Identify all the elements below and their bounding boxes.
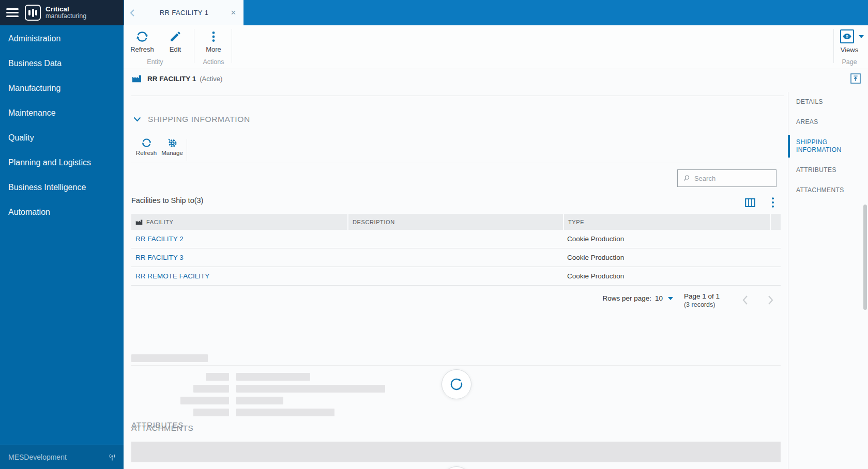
sidebar-item-quality[interactable]: Quality (0, 126, 124, 150)
entity-tab[interactable]: RR FACILITY 1 ✕ (124, 0, 243, 25)
skeleton-bar (236, 409, 334, 416)
facility-link[interactable]: RR FACILITY 3 (135, 254, 184, 261)
column-header-spacer (770, 214, 781, 230)
ribbon-divider (232, 29, 232, 63)
rows-per-page-label: Rows per page: (602, 294, 651, 302)
shipping-refresh-button[interactable]: Refresh (132, 137, 160, 156)
refresh-button[interactable]: Refresh (126, 30, 158, 53)
table-header-row: FACILITY DESCRIPTION TYPE (131, 214, 781, 230)
table-row[interactable]: RR FACILITY 2Cookie Production (131, 230, 781, 248)
main-content: SHIPPING INFORMATION Refresh Manage (124, 88, 868, 469)
spacer-cell (770, 230, 781, 248)
refresh-icon (141, 137, 152, 148)
table-search (677, 169, 776, 187)
skeleton-bar (236, 397, 283, 404)
right-nav-areas[interactable]: AREAS (788, 112, 853, 132)
more-button[interactable]: More (197, 30, 230, 53)
facility-link[interactable]: RR FACILITY 2 (135, 235, 184, 243)
sidebar-item-planning-and-logistics[interactable]: Planning and Logistics (0, 150, 124, 175)
table-title: Facilities to Ship to(3) (131, 196, 203, 205)
right-nav-attachments[interactable]: ATTACHMENTS (788, 180, 853, 200)
skeleton-bar (206, 373, 229, 381)
gear-icon (167, 137, 178, 148)
topbar-brand-area: Criticalmanufacturing (0, 0, 124, 25)
shipping-section-header: SHIPPING INFORMATION (133, 115, 250, 124)
column-header-type[interactable]: TYPE (563, 214, 770, 230)
description-cell (347, 248, 563, 267)
tab-back-icon[interactable] (128, 8, 138, 18)
right-nav-shipping-information[interactable]: SHIPPING INFORMATION (788, 132, 853, 160)
right-nav-details[interactable]: DETAILS (788, 92, 853, 112)
skeleton-bar (131, 442, 781, 462)
skeleton-bar (193, 385, 229, 393)
column-header-description[interactable]: DESCRIPTION (347, 214, 563, 230)
environment-selector[interactable]: MESDevelopment (0, 445, 124, 469)
sidebar-item-business-intelligence[interactable]: Business Intelligence (0, 175, 124, 200)
column-header-facility[interactable]: FACILITY (131, 214, 347, 230)
sidebar-item-business-data[interactable]: Business Data (0, 51, 124, 76)
skeleton-bar (236, 373, 310, 381)
sidebar-menu: AdministrationBusiness DataManufacturing… (0, 25, 124, 225)
collapse-chevron-icon[interactable] (133, 117, 141, 122)
page-info: Page 1 of 1 (3 records) (684, 292, 720, 308)
type-cell: Cookie Production (563, 248, 770, 267)
breadcrumb: RR FACILITY 1 (Active) (124, 69, 868, 88)
breadcrumb-title: RR FACILITY 1 (147, 75, 196, 83)
eye-icon (842, 33, 852, 40)
facility-link[interactable]: RR REMOTE FACILITY (135, 272, 209, 280)
rows-per-page-value: 10 (655, 294, 663, 302)
sidebar-item-manufacturing[interactable]: Manufacturing (0, 76, 124, 101)
ribbon-divider (194, 29, 194, 63)
description-cell (347, 230, 563, 248)
scrollbar-thumb[interactable] (863, 205, 867, 310)
sidebar-item-administration[interactable]: Administration (0, 26, 124, 51)
shipping-section-title: SHIPPING INFORMATION (148, 115, 250, 124)
edit-button[interactable]: Edit (159, 30, 191, 53)
table-menu-icon[interactable] (771, 197, 775, 208)
sidebar-item-maintenance[interactable]: Maintenance (0, 101, 124, 126)
right-nav-attributes[interactable]: ATTRIBUTES (788, 160, 853, 180)
views-button[interactable] (840, 29, 854, 43)
type-cell: Cookie Production (563, 230, 770, 248)
menu-toggle-button[interactable] (6, 8, 19, 18)
table-row[interactable]: RR REMOTE FACILITYCookie Production (131, 267, 781, 286)
ribbon-toolbar: Refresh Edit More Entity Actions (124, 25, 868, 69)
expand-icon[interactable] (850, 73, 861, 84)
tab-close-icon[interactable]: ✕ (231, 9, 236, 17)
sidebar-item-automation[interactable]: Automation (0, 200, 124, 225)
topbar: Criticalmanufacturing RR FACILITY 1 ✕ (0, 0, 868, 25)
next-page-icon[interactable] (767, 294, 774, 306)
rows-per-page-select[interactable]: Rows per page: 10 (602, 294, 673, 302)
app-root: AdministrationBusiness DataManufacturing… (0, 0, 868, 469)
search-input[interactable] (694, 175, 771, 182)
views-dropdown-icon[interactable] (859, 35, 864, 38)
spacer-cell (770, 248, 781, 267)
environment-label: MESDevelopment (8, 453, 108, 461)
tab-title: RR FACILITY 1 (138, 9, 231, 17)
views-label: Views (834, 46, 865, 54)
refresh-icon (135, 30, 149, 43)
skeleton-bar (180, 397, 229, 404)
brand-name: Criticalmanufacturing (45, 6, 86, 20)
facility-icon (135, 219, 143, 225)
brand-logo-icon (25, 5, 41, 21)
sidebar: AdministrationBusiness DataManufacturing… (0, 0, 124, 469)
rows-per-page-caret-icon (668, 297, 673, 300)
section-navigation: DETAILSAREASSHIPPING INFORMATIONATTRIBUT… (788, 92, 863, 469)
description-cell (347, 267, 563, 286)
more-icon (207, 30, 220, 43)
facility-icon (132, 74, 142, 83)
brand-logo[interactable]: Criticalmanufacturing (25, 5, 86, 21)
shipping-manage-button[interactable]: Manage (158, 137, 186, 156)
connection-status-icon (108, 454, 116, 461)
table-row[interactable]: RR FACILITY 3Cookie Production (131, 248, 781, 267)
attachments-section-title: ATTACHMENTS (131, 424, 194, 433)
column-options-icon[interactable] (745, 198, 755, 208)
divider (131, 365, 781, 366)
toolbar-divider (187, 139, 187, 161)
group-label-actions: Actions (195, 58, 232, 66)
spacer-cell (770, 267, 781, 286)
type-cell: Cookie Production (563, 267, 770, 286)
previous-page-icon[interactable] (742, 294, 749, 306)
search-icon (683, 174, 690, 182)
